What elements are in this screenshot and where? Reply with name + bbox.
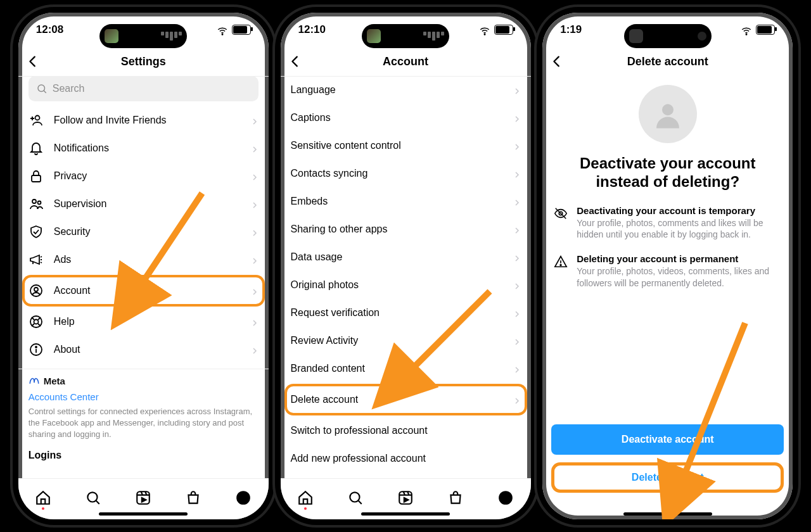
home-tab-icon[interactable] — [297, 490, 314, 506]
nav-header: Account — [281, 47, 531, 77]
meta-description: Control settings for connected experienc… — [29, 406, 259, 441]
chevron-right-icon — [513, 142, 521, 149]
account-row-review-activity[interactable]: Review Activity — [291, 327, 521, 355]
shield-icon — [29, 224, 44, 239]
chevron-right-icon — [513, 170, 521, 177]
svg-marker-26 — [142, 498, 146, 502]
svg-line-31 — [358, 500, 361, 504]
search-input[interactable]: Search — [29, 76, 259, 101]
delete-account-button[interactable]: Delete account — [551, 462, 784, 493]
settings-row-privacy[interactable]: Privacy — [29, 162, 259, 190]
settings-list: Search Follow and Invite Friends Notific… — [18, 76, 269, 481]
reels-tab-icon[interactable] — [135, 490, 151, 506]
search-placeholder: Search — [53, 83, 85, 94]
account-row-captions[interactable]: Captions — [291, 104, 521, 132]
back-icon[interactable] — [288, 54, 302, 68]
user-circle-icon — [29, 283, 44, 298]
page-title: Account — [383, 55, 428, 68]
dynamic-island — [624, 24, 712, 48]
info-temporary: Deactivating your account is temporary Y… — [542, 205, 793, 241]
account-row-sharing[interactable]: Sharing to other apps — [291, 215, 521, 243]
lock-icon — [29, 168, 44, 184]
account-row-verification[interactable]: Request verification — [291, 299, 521, 327]
chevron-right-icon — [513, 281, 521, 289]
svg-point-1 — [38, 85, 45, 92]
wifi-icon — [217, 25, 228, 34]
chevron-right-icon — [513, 86, 521, 94]
bell-icon — [29, 141, 44, 156]
settings-row-supervision[interactable]: Supervision — [29, 190, 259, 218]
account-row-embeds[interactable]: Embeds — [291, 187, 521, 215]
home-indicator[interactable] — [623, 512, 712, 516]
account-row-original-photos[interactable]: Original photos — [291, 271, 521, 299]
phone-delete-account: 1:19 Delete account Deactivate your acco… — [542, 13, 793, 519]
dynamic-island — [362, 24, 449, 48]
chevron-right-icon — [513, 225, 521, 233]
meta-accounts-center: Meta Accounts Center Control settings fo… — [29, 374, 259, 441]
svg-marker-36 — [404, 498, 409, 502]
chevron-right-icon — [513, 114, 521, 122]
logins-heading: Logins — [29, 450, 259, 461]
svg-point-27 — [236, 491, 250, 505]
wifi-icon — [741, 25, 752, 34]
svg-line-2 — [44, 91, 46, 93]
delete-account-body: Deactivate your account instead of delet… — [542, 76, 793, 507]
shop-tab-icon[interactable] — [185, 490, 201, 506]
wifi-icon — [479, 25, 490, 34]
chevron-right-icon — [513, 365, 521, 372]
settings-row-help[interactable]: Help — [29, 308, 259, 336]
profile-tab-icon[interactable] — [497, 490, 514, 506]
battery-icon — [756, 25, 775, 35]
profile-tab-icon[interactable] — [235, 490, 252, 506]
account-row-language[interactable]: Language — [291, 76, 521, 104]
accounts-center-link[interactable]: Accounts Center — [29, 390, 259, 403]
svg-point-7 — [32, 200, 36, 203]
svg-point-20 — [88, 492, 98, 502]
status-time: 12:10 — [298, 23, 349, 36]
account-row-data-usage[interactable]: Data usage — [291, 243, 521, 271]
info-icon — [29, 342, 44, 357]
search-tab-icon[interactable] — [347, 490, 364, 506]
meta-brand: Meta — [29, 374, 259, 388]
home-indicator[interactable] — [361, 512, 450, 516]
chevron-right-icon — [251, 346, 259, 353]
meta-logo-icon — [29, 376, 40, 387]
chevron-right-icon — [251, 287, 259, 294]
account-row-contacts[interactable]: Contacts syncing — [291, 160, 521, 187]
svg-point-0 — [222, 34, 223, 35]
reels-tab-icon[interactable] — [397, 490, 414, 506]
settings-row-notifications[interactable]: Notifications — [29, 134, 259, 162]
settings-row-account[interactable]: Account — [22, 275, 265, 307]
deactivate-account-button[interactable]: Deactivate account — [551, 424, 784, 455]
switch-professional-link[interactable]: Switch to professional account — [291, 417, 521, 445]
svg-point-39 — [746, 34, 748, 35]
settings-row-follow-invite[interactable]: Follow and Invite Friends — [29, 106, 259, 134]
info-permanent: Deleting your account is permanent Your … — [542, 253, 793, 289]
shop-tab-icon[interactable] — [447, 490, 464, 506]
account-row-branded-content[interactable]: Branded content — [291, 355, 521, 383]
chevron-right-icon — [251, 172, 259, 180]
chevron-right-icon — [251, 256, 259, 263]
search-tab-icon[interactable] — [85, 490, 101, 506]
avatar-placeholder — [639, 85, 697, 143]
chevron-right-icon — [251, 117, 259, 124]
back-icon[interactable] — [550, 54, 564, 68]
settings-row-ads[interactable]: Ads — [29, 246, 259, 274]
svg-point-3 — [35, 116, 39, 120]
back-icon[interactable] — [26, 54, 40, 68]
home-tab-icon[interactable] — [35, 490, 51, 506]
chevron-right-icon — [251, 228, 259, 236]
account-row-delete-account[interactable]: Delete account — [284, 384, 527, 415]
battery-icon — [494, 25, 513, 35]
phone-account: 12:10 Account Language Captions Sensitiv… — [281, 13, 531, 519]
account-list: Language Captions Sensitive content cont… — [281, 76, 531, 481]
svg-point-37 — [499, 491, 513, 505]
account-row-sensitive[interactable]: Sensitive content control — [291, 132, 521, 160]
add-professional-link[interactable]: Add new professional account — [291, 445, 521, 472]
home-indicator[interactable] — [99, 512, 188, 516]
phone-settings: 12:08 Settings Search Follow and Invite … — [18, 13, 269, 519]
chevron-right-icon — [513, 309, 521, 317]
settings-row-about[interactable]: About — [29, 336, 259, 364]
settings-row-security[interactable]: Security — [29, 218, 259, 246]
chevron-right-icon — [251, 144, 259, 152]
